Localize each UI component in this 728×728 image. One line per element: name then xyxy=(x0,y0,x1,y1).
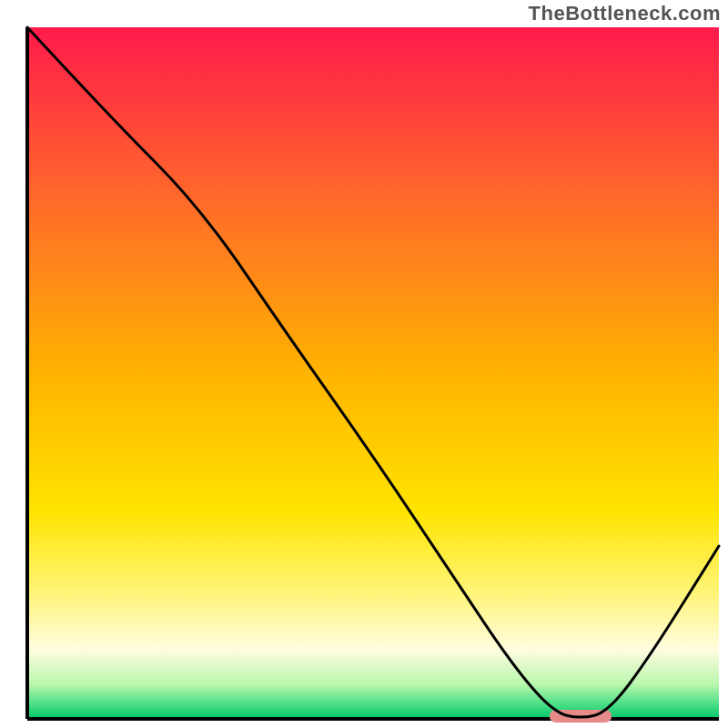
bottleneck-chart xyxy=(0,0,728,728)
plot-background xyxy=(27,27,719,719)
chart-container: TheBottleneck.com xyxy=(0,0,728,728)
